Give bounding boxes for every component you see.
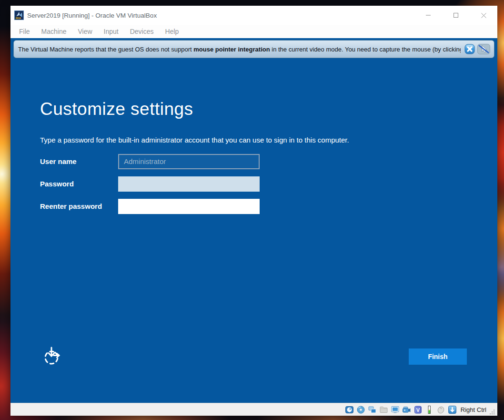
username-input[interactable] xyxy=(118,154,260,169)
resize-grip[interactable] xyxy=(490,410,495,415)
svg-text:2019: 2019 xyxy=(15,17,20,20)
virtualbox-window: 2019 Server2019 [Running] - Oracle VM Vi… xyxy=(10,6,497,416)
display-icon[interactable] xyxy=(391,405,400,414)
window-title: Server2019 [Running] - Oracle VM Virtual… xyxy=(27,12,414,19)
svg-text:V: V xyxy=(416,407,420,412)
statusbar: V xyxy=(10,403,497,416)
network-icon[interactable] xyxy=(368,405,377,414)
notification-text-end: in the current video mode. You need to c… xyxy=(270,46,461,53)
notification-text-start: The Virtual Machine reports that the gue… xyxy=(18,46,193,53)
shared-folders-icon[interactable] xyxy=(379,405,388,414)
vm-2019-icon: 2019 xyxy=(14,10,24,20)
password-input[interactable] xyxy=(118,176,260,192)
ease-of-access-icon[interactable] xyxy=(42,345,63,366)
password-row: Password xyxy=(40,176,260,192)
video-capture-icon[interactable] xyxy=(402,405,411,414)
menu-help[interactable]: Help xyxy=(160,26,185,37)
menu-devices[interactable]: Devices xyxy=(124,26,160,37)
reenter-password-label: Reenter password xyxy=(40,202,118,210)
mouse-icon[interactable] xyxy=(436,405,445,414)
notification-text-bold: mouse pointer integration xyxy=(193,46,270,53)
guest-screen: The Virtual Machine reports that the gue… xyxy=(10,38,497,403)
page-description: Type a password for the built-in adminis… xyxy=(40,136,349,144)
menu-view[interactable]: View xyxy=(72,26,98,37)
menubar: File Machine View Input Devices Help xyxy=(10,25,497,38)
reenter-password-row: Reenter password xyxy=(40,198,260,214)
notification-text: The Virtual Machine reports that the gue… xyxy=(18,46,461,53)
host-key-label: Right Ctrl xyxy=(461,406,486,413)
cpu-load-indicator[interactable] xyxy=(425,405,434,414)
reenter-password-input[interactable] xyxy=(118,199,260,214)
menu-file[interactable]: File xyxy=(13,26,36,37)
titlebar: 2019 Server2019 [Running] - Oracle VM Vi… xyxy=(10,6,497,25)
maximize-button[interactable] xyxy=(442,6,470,25)
username-row: User name xyxy=(40,154,260,169)
optical-drives-icon[interactable] xyxy=(356,405,365,414)
hard-disks-icon[interactable] xyxy=(345,405,354,414)
notification-close-icon[interactable] xyxy=(464,44,475,54)
finish-button[interactable]: Finish xyxy=(409,348,467,365)
menu-input[interactable]: Input xyxy=(98,26,124,37)
settings-form: User name Password Reenter password xyxy=(40,154,260,221)
mouse-pointer-disabled-icon xyxy=(477,44,490,54)
minimize-button[interactable] xyxy=(414,6,442,25)
menu-machine[interactable]: Machine xyxy=(36,26,72,37)
window-controls xyxy=(414,6,497,25)
page-title: Customize settings xyxy=(40,99,193,119)
notification-icons xyxy=(464,44,490,54)
close-button[interactable] xyxy=(470,6,497,25)
password-label: Password xyxy=(40,180,118,188)
notification-bar: The Virtual Machine reports that the gue… xyxy=(13,40,494,58)
features-icon[interactable]: V xyxy=(413,405,423,414)
keyboard-capture-icon[interactable] xyxy=(448,405,457,414)
username-label: User name xyxy=(40,157,118,165)
